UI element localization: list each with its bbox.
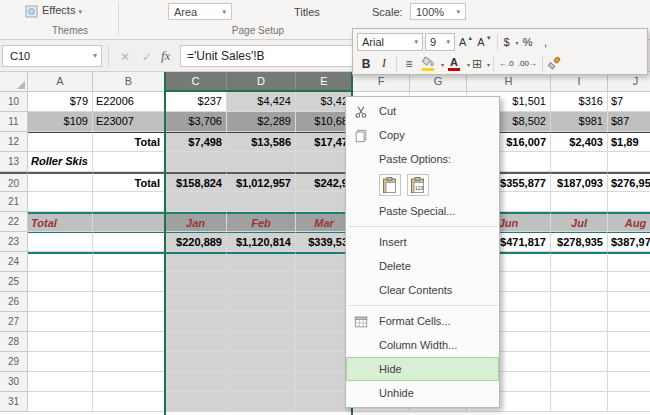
cell-C25[interactable] (165, 272, 227, 292)
cell-B31[interactable] (93, 392, 165, 412)
context-menu-item-copy[interactable]: Copy (346, 123, 499, 147)
cell-J12[interactable]: $1,89 (608, 132, 650, 152)
cell-B29[interactable] (93, 352, 165, 372)
cell-A29[interactable] (28, 352, 93, 372)
column-header-G[interactable]: G (410, 72, 467, 92)
cell-I11[interactable]: $981 (551, 112, 608, 132)
cell-D27[interactable] (227, 312, 296, 332)
cell-D30[interactable] (227, 372, 296, 392)
cell-C10[interactable]: $237 (165, 92, 227, 112)
row-header-24[interactable]: 24 (0, 252, 28, 272)
row-header-26[interactable]: 26 (0, 292, 28, 312)
row-header-13[interactable]: 13 (0, 152, 28, 172)
cell-J28[interactable] (608, 332, 650, 352)
cell-I25[interactable] (551, 272, 608, 292)
effects-button[interactable]: Effects▾ (42, 4, 82, 16)
cell-C12[interactable]: $7,498 (165, 132, 227, 152)
row-header-11[interactable]: 11 (0, 112, 28, 132)
cell-A10[interactable]: $79 (28, 92, 93, 112)
column-header-D[interactable]: D (227, 72, 296, 92)
cell-B20[interactable]: Total (93, 172, 165, 192)
name-box-dropdown-icon[interactable]: ▾ (93, 46, 97, 66)
column-header-F[interactable]: F (353, 72, 410, 92)
context-menu-item-clear-contents[interactable]: Clear Contents (346, 278, 499, 302)
cell-A12[interactable] (28, 132, 93, 152)
cell-C21[interactable] (165, 192, 227, 212)
increase-decimal-button[interactable]: ←.0 (497, 55, 516, 73)
font-size-dropdown[interactable]: 9▾ (425, 33, 455, 51)
decrease-decimal-button[interactable]: .00→ (516, 55, 539, 73)
cell-I28[interactable] (551, 332, 608, 352)
cell-C13[interactable] (165, 152, 227, 172)
cell-A13[interactable]: Roller Skis (28, 152, 93, 172)
print-area-dropdown[interactable]: Area▾ (168, 3, 232, 20)
cell-J30[interactable] (608, 372, 650, 392)
cell-C23[interactable]: $220,889 (165, 232, 227, 252)
cell-J31[interactable] (608, 392, 650, 412)
cell-B24[interactable] (93, 252, 165, 272)
cell-A27[interactable] (28, 312, 93, 332)
cell-I20[interactable]: $187,093 (551, 172, 608, 192)
context-menu-item-unhide[interactable]: Unhide (346, 381, 499, 405)
cell-B21[interactable] (93, 192, 165, 212)
row-header-30[interactable]: 30 (0, 372, 28, 392)
context-menu-item-format-cells[interactable]: Format Cells... (346, 309, 499, 333)
scale-dropdown[interactable]: 100%▾ (410, 3, 466, 20)
cell-I30[interactable] (551, 372, 608, 392)
cell-A28[interactable] (28, 332, 93, 352)
cell-C27[interactable] (165, 312, 227, 332)
cell-D31[interactable] (227, 392, 296, 412)
cell-J22[interactable]: Aug (608, 212, 650, 232)
cell-D28[interactable] (227, 332, 296, 352)
paste-values-icon[interactable]: 123 (407, 174, 429, 196)
cell-B25[interactable] (93, 272, 165, 292)
cell-J23[interactable]: $387,97 (608, 232, 650, 252)
cell-I27[interactable] (551, 312, 608, 332)
cell-B22[interactable] (93, 212, 165, 232)
context-menu-item-column-width[interactable]: Column Width... (346, 333, 499, 357)
format-painter-button[interactable] (546, 55, 564, 73)
row-header-20[interactable]: 20 (0, 172, 28, 192)
row-header-22[interactable]: 22 (0, 212, 28, 232)
context-menu-item-delete[interactable]: Delete (346, 254, 499, 278)
accounting-format-button[interactable]: $▾ (501, 33, 519, 51)
cell-A23[interactable] (28, 232, 93, 252)
cell-D26[interactable] (227, 292, 296, 312)
cell-C30[interactable] (165, 372, 227, 392)
bold-button[interactable]: B (357, 55, 375, 73)
cell-J21[interactable] (608, 192, 650, 212)
cell-I29[interactable] (551, 352, 608, 372)
cell-C29[interactable] (165, 352, 227, 372)
cell-C31[interactable] (165, 392, 227, 412)
cell-C11[interactable]: $3,706 (165, 112, 227, 132)
cell-B12[interactable]: Total (93, 132, 165, 152)
cell-D12[interactable]: $13,586 (227, 132, 296, 152)
cell-C26[interactable] (165, 292, 227, 312)
context-menu-item-insert[interactable]: Insert (346, 230, 499, 254)
cell-B11[interactable]: E23007 (93, 112, 165, 132)
context-menu-item-cut[interactable]: Cut (346, 99, 499, 123)
cell-B13[interactable] (93, 152, 165, 172)
cell-B23[interactable] (93, 232, 165, 252)
center-align-button[interactable]: ≡ (400, 55, 418, 73)
row-header-29[interactable]: 29 (0, 352, 28, 372)
cell-D24[interactable] (227, 252, 296, 272)
column-header-I[interactable]: I (551, 72, 608, 92)
cell-I23[interactable]: $278,935 (551, 232, 608, 252)
borders-button[interactable]: ⊞▾ (470, 55, 490, 73)
grow-font-button[interactable]: A▲ (457, 33, 475, 51)
font-name-dropdown[interactable]: Arial▾ (357, 33, 423, 51)
cell-J10[interactable]: $7 (608, 92, 650, 112)
cell-C24[interactable] (165, 252, 227, 272)
name-box[interactable]: C10 ▾ (2, 45, 102, 67)
cell-A26[interactable] (28, 292, 93, 312)
cell-J25[interactable] (608, 272, 650, 292)
cell-B10[interactable]: E22006 (93, 92, 165, 112)
row-header-12[interactable]: 12 (0, 132, 28, 152)
enter-icon[interactable]: ✓ (142, 50, 152, 64)
cell-J13[interactable] (608, 152, 650, 172)
cell-I31[interactable] (551, 392, 608, 412)
cell-J29[interactable] (608, 352, 650, 372)
cell-I13[interactable] (551, 152, 608, 172)
percent-style-button[interactable]: % (519, 33, 537, 51)
